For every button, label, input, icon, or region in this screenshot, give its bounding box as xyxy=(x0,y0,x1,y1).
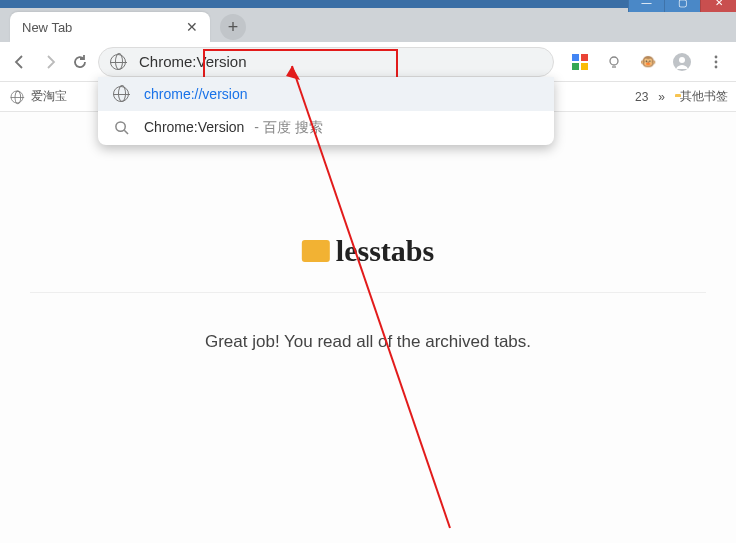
svg-rect-4 xyxy=(572,63,579,70)
reload-button[interactable] xyxy=(68,50,92,74)
page-message: Great job! You read all of the archived … xyxy=(0,332,736,352)
forward-button[interactable] xyxy=(38,50,62,74)
svg-point-11 xyxy=(715,60,718,63)
profile-avatar-icon[interactable] xyxy=(670,50,694,74)
extension-bulb-icon[interactable] xyxy=(602,50,626,74)
extension-color-icon[interactable] xyxy=(568,50,592,74)
suggestion-text: Chrome:Version xyxy=(144,119,244,135)
page-content: lesstabs Great job! You read all of the … xyxy=(0,112,736,543)
tab-strip: New Tab ✕ + xyxy=(0,8,736,42)
globe-icon xyxy=(112,85,130,103)
svg-point-9 xyxy=(679,57,685,63)
bookmark-label: 爱淘宝 xyxy=(31,88,67,105)
extension-monkey-icon[interactable]: 🐵 xyxy=(636,50,660,74)
browser-tab[interactable]: New Tab ✕ xyxy=(10,12,210,42)
globe-icon xyxy=(8,88,26,106)
window-close-button[interactable]: ✕ xyxy=(700,0,736,12)
tab-close-button[interactable]: ✕ xyxy=(184,19,200,35)
divider xyxy=(30,292,706,293)
suggestion-item[interactable]: chrome://version xyxy=(98,77,554,111)
address-input[interactable] xyxy=(137,52,543,71)
suggestion-text: chrome://version xyxy=(144,86,247,102)
logo-text: lesstabs xyxy=(336,234,434,268)
svg-line-1 xyxy=(124,130,128,134)
search-icon xyxy=(112,119,130,137)
svg-rect-3 xyxy=(581,54,588,61)
bookmark-count: 23 xyxy=(635,90,648,104)
tab-title: New Tab xyxy=(22,20,72,35)
logo-icon xyxy=(302,240,330,262)
svg-point-6 xyxy=(610,57,618,65)
address-bar[interactable] xyxy=(98,47,554,77)
window-minimize-button[interactable]: — xyxy=(628,0,664,12)
globe-icon xyxy=(109,53,127,71)
back-button[interactable] xyxy=(8,50,32,74)
page-logo: lesstabs xyxy=(302,234,434,268)
new-tab-button[interactable]: + xyxy=(220,14,246,40)
other-bookmarks-button[interactable]: 其他书签 xyxy=(675,88,728,105)
suggestion-item[interactable]: Chrome:Version - 百度 搜索 xyxy=(98,111,554,145)
suggestion-secondary: - 百度 搜索 xyxy=(254,119,322,135)
window-maximize-button[interactable]: ▢ xyxy=(664,0,700,12)
omnibox-suggestions: chrome://version Chrome:Version - 百度 搜索 xyxy=(98,77,554,145)
window-titlebar: — ▢ ✕ xyxy=(0,0,736,8)
svg-rect-5 xyxy=(581,63,588,70)
bookmark-item[interactable]: 爱淘宝 xyxy=(8,88,67,106)
bookmarks-overflow-button[interactable]: » xyxy=(658,90,665,104)
other-bookmarks-label: 其他书签 xyxy=(680,88,728,105)
menu-button[interactable] xyxy=(704,50,728,74)
svg-point-12 xyxy=(715,65,718,68)
svg-rect-2 xyxy=(572,54,579,61)
toolbar: chrome://version Chrome:Version - 百度 搜索 … xyxy=(0,42,736,82)
svg-point-0 xyxy=(115,122,124,131)
svg-point-10 xyxy=(715,55,718,58)
